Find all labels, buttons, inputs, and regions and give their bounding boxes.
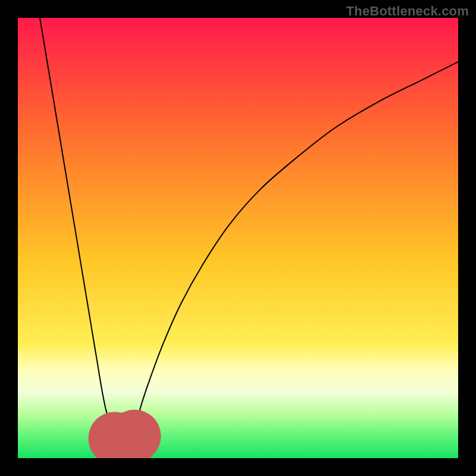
watermark-label: TheBottleneck.com (346, 4, 469, 19)
plot-area (18, 18, 458, 458)
chart-frame: TheBottleneck.com (0, 0, 476, 476)
chart-svg (18, 18, 458, 458)
gradient-background (18, 18, 458, 458)
valley-markers (88, 410, 161, 458)
